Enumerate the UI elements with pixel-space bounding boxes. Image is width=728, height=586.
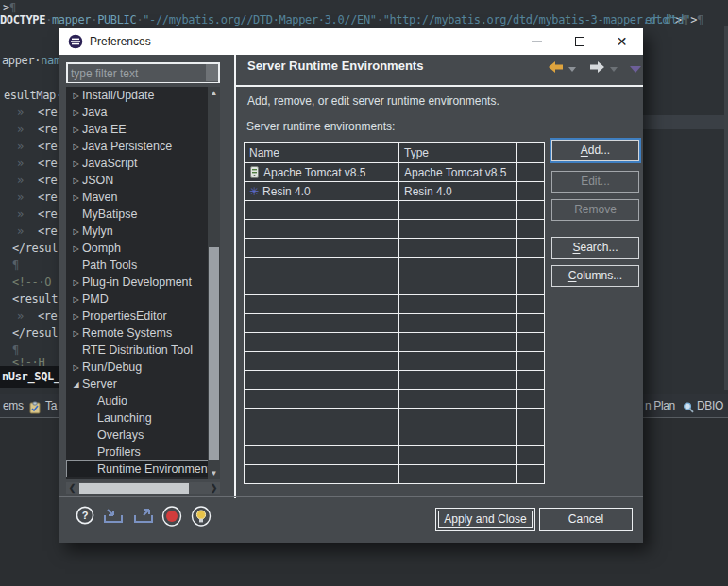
tree-item-propertieseditor[interactable]: ▷PropertiesEditor [66,308,220,325]
record-button[interactable] [161,506,182,527]
chevron-collapsed-icon[interactable]: ▷ [70,295,82,304]
tree-item-launching[interactable]: Launching [66,410,220,427]
tree-item-remote-systems[interactable]: ▷Remote Systems [66,325,220,342]
tab-problems-partial[interactable]: ems [3,394,24,417]
cancel-button[interactable]: Cancel [539,508,633,531]
forward-arrow-icon[interactable] [589,60,605,77]
scroll-thumb[interactable] [79,483,189,494]
chevron-collapsed-icon[interactable]: ▷ [70,109,82,117]
help-icon: ? [76,506,94,525]
tree-item-mylyn[interactable]: ▷Mylyn [66,223,220,240]
back-dropdown-icon[interactable] [568,67,576,72]
add-button[interactable]: Add... [551,140,639,161]
filter-input[interactable] [68,65,218,82]
tree-horizontal-scrollbar[interactable]: ❮ ❯ [66,482,220,494]
columns-button[interactable]: Columns... [551,265,639,287]
tab-dbio-partial[interactable]: DBIO [697,394,723,417]
tree-item-label: Profilers [97,445,141,459]
chevron-collapsed-icon[interactable]: ▷ [70,278,82,287]
tree-item-label: Oomph [82,242,121,255]
tab-execution-plan-partial[interactable]: n Plan [645,394,675,417]
chevron-collapsed-icon[interactable]: ▷ [70,244,82,253]
forward-dropdown-icon[interactable] [610,67,618,72]
tree-item-label: Launching [97,411,152,425]
chevron-collapsed-icon[interactable]: ▷ [70,176,82,185]
close-button[interactable]: ✕ [601,28,643,55]
chevron-collapsed-icon[interactable]: ▷ [70,142,82,151]
chevron-collapsed-icon[interactable]: ▷ [70,363,82,372]
chevron-expanded-icon[interactable]: ◢ [70,380,82,389]
tree-vertical-scrollbar[interactable]: ▲ ▼ [208,87,220,479]
chevron-collapsed-icon[interactable]: ▷ [70,92,82,100]
code-line-doctype-end: er.dtd">¶ [645,13,703,26]
tree-item-java[interactable]: ▷Java [66,104,220,121]
tree-item-plug-in-development[interactable]: ▷Plug-in Development [66,274,220,291]
tree-item-server[interactable]: ◢Server [66,376,220,393]
cell-empty [245,390,399,408]
filter-box [66,62,220,83]
table-row[interactable]: ✳Resin 4.0Resin 4.0 [245,181,544,200]
scroll-thumb[interactable] [209,247,219,460]
chevron-collapsed-icon[interactable]: ▷ [70,159,82,168]
chevron-collapsed-icon[interactable]: ▷ [70,329,82,338]
tree-item-java-ee[interactable]: ▷Java EE [66,121,220,138]
tree-item-pmd[interactable]: ▷PMD [66,291,220,308]
tree-item-java-persistence[interactable]: ▷Java Persistence [66,138,220,155]
search-button[interactable]: Search... [551,237,639,259]
tree-item-profilers[interactable]: Profilers [66,444,220,460]
back-arrow-icon[interactable] [548,60,564,77]
table-empty-row [245,370,544,389]
table-empty-row [245,200,544,219]
dialog-titlebar[interactable]: Preferences ✕ [59,28,643,55]
tree-item-label: Mylyn [82,225,113,238]
tree-item-maven[interactable]: ▷Maven [66,189,220,206]
tomcat-icon [249,166,260,178]
column-header[interactable]: Type [399,143,517,162]
import-button[interactable] [102,506,125,525]
scroll-up-icon[interactable]: ▲ [208,87,220,99]
env-name: Resin 4.0 [262,185,311,198]
scroll-left-icon[interactable]: ❮ [66,482,78,494]
apply-and-close-button[interactable]: Apply and Close [435,508,535,531]
cell-empty [399,409,517,427]
panel-divider[interactable] [234,55,236,498]
tree-item-overlays[interactable]: Overlays [66,427,220,444]
cell-extra [517,163,544,181]
tree-item-install-update[interactable]: ▷Install/Update [66,87,220,104]
tree-item-javascript[interactable]: ▷JavaScript [66,155,220,172]
tree-item-json[interactable]: ▷JSON [66,172,220,189]
minimize-icon [532,41,542,42]
column-header[interactable]: Name [245,143,399,162]
code-fragment: »<re [17,310,58,323]
tree-item-run-debug[interactable]: ▷Run/Debug [66,359,220,376]
tab-tasks-partial[interactable]: Ta [45,394,57,417]
scroll-right-icon[interactable]: ❯ [208,482,220,494]
tree-item-mybatipse[interactable]: MyBatipse [66,206,220,223]
help-button[interactable]: ? [76,506,94,525]
editor-file-tab[interactable]: nUsr_SQL_m [0,366,61,388]
code-fragment: <result [12,293,58,306]
table-row[interactable]: Apache Tomcat v8.5Apache Tomcat v8.5 [245,162,544,181]
pages-dropdown-icon[interactable] [630,66,641,73]
tree-item-label: Plug-in Development [82,276,192,289]
table-empty-row [245,408,544,427]
tree-item-audio[interactable]: Audio [66,393,220,410]
table-empty-row [245,464,544,483]
tree-item-runtime-environments[interactable]: Runtime Environments [66,460,220,477]
chevron-collapsed-icon[interactable]: ▷ [70,227,82,236]
scroll-down-icon[interactable]: ▼ [208,467,220,479]
chevron-collapsed-icon[interactable]: ▷ [70,312,82,321]
minimize-button[interactable] [516,28,558,55]
export-button[interactable] [132,506,155,525]
tree-item-rte-distribution-tool[interactable]: RTE Distribution Tool [66,342,220,359]
column-header[interactable] [517,143,544,162]
code-fragment: <!--·O [12,276,51,289]
editor-scrollbar[interactable] [724,26,728,390]
maximize-button[interactable] [558,28,601,55]
chevron-collapsed-icon[interactable]: ▷ [70,126,82,134]
lightbulb-button[interactable] [191,506,212,527]
tree-item-path-tools[interactable]: Path Tools [66,257,220,274]
chevron-collapsed-icon[interactable]: ▷ [70,193,82,202]
tree-item-oomph[interactable]: ▷Oomph [66,240,220,257]
cell-name: ✳Resin 4.0 [245,182,399,200]
